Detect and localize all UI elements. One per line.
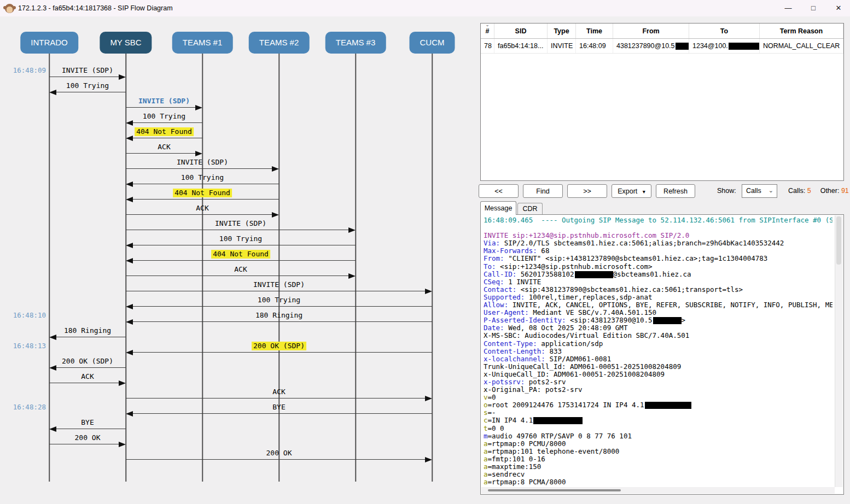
sip-message-arrow-label[interactable]: INVITE (SDP) <box>215 219 266 228</box>
message-arrow-line <box>126 153 196 154</box>
message-arrow-line <box>56 92 126 92</box>
sip-text-line: x-localchannel: SIP/ADM061-0081 <box>484 355 832 363</box>
vertical-scrollbar[interactable] <box>835 215 843 487</box>
arrowhead-icon <box>126 136 133 141</box>
sip-message-arrow-label[interactable]: 200 OK (SDP) <box>62 357 113 366</box>
sip-text-line: Allow: INVITE, ACK, CANCEL, OPTIONS, BYE… <box>484 301 832 309</box>
sip-message-arrow-label[interactable]: 180 Ringing <box>255 311 302 320</box>
sip-message-arrow-label[interactable]: INVITE (SDP) <box>177 158 228 167</box>
sip-message-arrow-label[interactable]: 404 Not Found <box>211 250 270 259</box>
arrowhead-icon <box>195 151 202 156</box>
find-button[interactable]: Find <box>523 184 563 198</box>
arrowhead-icon <box>49 90 56 95</box>
sip-message-arrow-label[interactable]: 100 Trying <box>143 112 185 121</box>
sip-text-line: To: <sip:+1234@sip.pstnhub.microsoft.com… <box>484 263 832 271</box>
sip-message-arrow-label[interactable]: 180 Ringing <box>64 326 111 335</box>
arrowhead-icon <box>126 350 133 355</box>
sip-message-arrow-label[interactable]: INVITE (SDP) <box>253 280 305 289</box>
sip-text-line: Via: SIP/2.0/TLS sbcteams01.hiez.ca:5061… <box>484 239 832 247</box>
table-row[interactable]: 78fa65b4:14:18...INVITE16:48:09438123789… <box>481 39 843 54</box>
sip-message-arrow-label[interactable]: 200 OK <box>75 433 101 442</box>
message-arrow-line <box>126 276 349 276</box>
arrowhead-icon <box>126 243 133 248</box>
column-header-sid[interactable]: SID <box>494 24 548 38</box>
tab-message[interactable]: Message <box>480 201 516 215</box>
export-button[interactable]: Export ▾ <box>612 184 651 198</box>
table-cell: 1234@100. <box>689 39 760 53</box>
sip-text-line <box>484 224 832 232</box>
sort-icon: ⌄ <box>485 24 490 27</box>
calls-table[interactable]: #⌄SIDTypeTimeFromToTerm Reason 78fa65b4:… <box>480 23 844 181</box>
sip-message-arrow-label[interactable]: 100 Trying <box>66 81 109 90</box>
table-cell: 4381237890@10.5 <box>613 39 689 53</box>
sip-message-arrow-label[interactable]: INVITE (SDP) <box>138 97 190 106</box>
sip-message-arrow-label[interactable]: 200 OK (SDP) <box>252 342 306 350</box>
sip-text-line: s=- <box>484 409 832 417</box>
column-header-time[interactable]: Time <box>576 24 613 38</box>
lifeline-node-teams-3[interactable]: TEAMS #3 <box>325 32 386 54</box>
sip-text-line: a=rtpmap:0 PCMU/8000 <box>484 440 832 448</box>
prev-call-button[interactable]: << <box>479 184 519 198</box>
sip-text-line: m=audio 49760 RTP/SAVP 0 8 77 76 101 <box>484 432 832 440</box>
sip-message-arrow-label[interactable]: BYE <box>81 418 94 427</box>
lifeline <box>125 54 126 482</box>
message-arrow-line <box>132 321 432 322</box>
sip-message-panel: 16:48:09.465 ---- Outgoing SIP Message t… <box>480 214 844 495</box>
sip-message-arrow-label[interactable]: ACK <box>158 143 170 151</box>
sip-message-arrow-label[interactable]: ACK <box>272 388 285 396</box>
sip-message-arrow-label[interactable]: 200 OK <box>266 449 292 458</box>
sip-text-line: X-MS-SBC: Audiocodes/Virtual Edition SBC… <box>484 332 832 339</box>
lifeline-node-my-sbc[interactable]: MY SBC <box>100 32 152 54</box>
sip-text-line: Content-Type: application/sdp <box>484 340 832 348</box>
message-arrow-line <box>126 168 272 169</box>
sip-text-line: a=rtpmap:8 PCMA/8000 <box>484 478 832 486</box>
column-header-term-reason[interactable]: Term Reason <box>760 24 843 38</box>
sip-text-line: Trunk-UniqueCall_Id: ADM061-00051-202510… <box>484 363 832 371</box>
lifeline-node-teams-2[interactable]: TEAMS #2 <box>249 32 310 54</box>
next-call-button[interactable]: >> <box>567 184 607 198</box>
arrowhead-icon <box>425 289 432 294</box>
sip-text-line: Date: Wed, 08 Oct 2025 20:48:09 GMT <box>484 324 832 332</box>
refresh-button[interactable]: Refresh <box>656 184 695 198</box>
sip-message-arrow-label[interactable]: ACK <box>234 265 247 274</box>
chevron-down-icon: ⌄ <box>769 184 773 197</box>
show-filter-select[interactable]: Calls ⌄ <box>742 184 777 198</box>
sip-message-text[interactable]: 16:48:09.465 ---- Outgoing SIP Message t… <box>484 216 832 487</box>
redaction-bar <box>729 43 759 50</box>
sip-message-arrow-label[interactable]: 100 Trying <box>258 296 300 304</box>
sip-message-arrow-label[interactable]: 404 Not Found <box>135 127 194 136</box>
vertical-scrollbar-thumb[interactable] <box>836 216 841 265</box>
lifeline-node-cucm[interactable]: CUCM <box>410 32 455 54</box>
sip-message-arrow-label[interactable]: ACK <box>81 372 94 381</box>
column-header-to[interactable]: To <box>689 24 760 38</box>
column-header-from[interactable]: From <box>613 24 689 38</box>
tab-cdr[interactable]: CDR <box>517 203 543 215</box>
timestamp-label: 16:48:10 <box>10 311 46 320</box>
message-arrow-line <box>132 122 202 123</box>
sip-text-line: a=sendrecv <box>484 471 832 478</box>
arrowhead-icon <box>348 227 356 233</box>
arrowhead-icon <box>49 335 56 340</box>
horizontal-scrollbar-thumb[interactable] <box>488 489 621 491</box>
sip-message-arrow-label[interactable]: 100 Trying <box>219 235 262 243</box>
column-header-type[interactable]: Type <box>548 24 576 38</box>
timestamp-label: 16:48:13 <box>10 342 46 350</box>
message-arrow-line <box>132 260 356 261</box>
column-header--[interactable]: #⌄ <box>481 24 494 38</box>
sip-message-arrow-label[interactable]: 100 Trying <box>181 173 224 182</box>
redaction-bar <box>575 271 613 278</box>
message-arrow-line <box>132 184 279 184</box>
arrowhead-icon <box>126 304 133 309</box>
message-arrow-line <box>126 107 196 108</box>
arrowhead-icon <box>348 273 356 279</box>
sip-message-arrow-label[interactable]: ACK <box>196 204 208 213</box>
sip-message-arrow-label[interactable]: BYE <box>272 403 285 412</box>
sip-message-arrow-label[interactable]: 404 Not Found <box>173 189 232 197</box>
lifeline-node-intrado[interactable]: INTRADO <box>20 32 78 54</box>
export-button-label: Export <box>618 187 637 195</box>
redaction-bar <box>533 417 583 424</box>
lifeline-node-teams-1[interactable]: TEAMS #1 <box>172 32 233 54</box>
sip-message-arrow-label[interactable]: INVITE (SDP) <box>62 66 113 75</box>
message-arrow-line <box>56 337 126 337</box>
horizontal-scrollbar[interactable] <box>481 487 835 494</box>
